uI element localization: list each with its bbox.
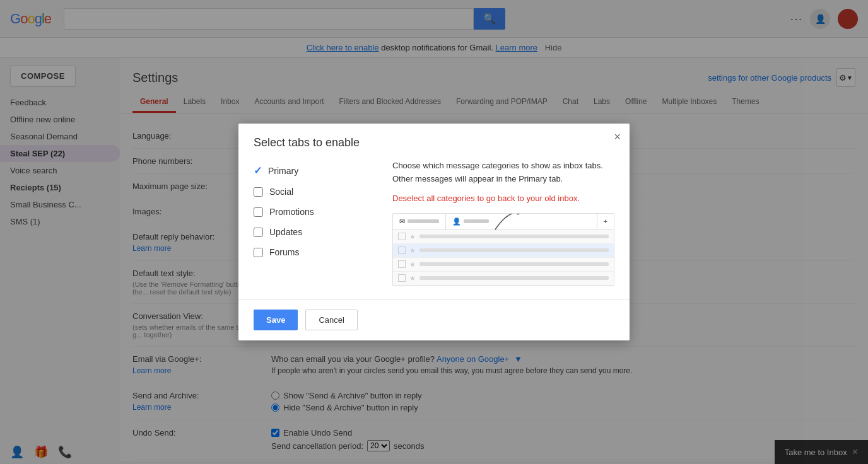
inbox-preview-rows: ★ ★ ★ (393, 230, 614, 286)
tab-option-primary: ✓ Primary (254, 160, 367, 182)
updates-label[interactable]: Updates (269, 227, 302, 237)
inbox-preview-row: ★ (393, 244, 614, 258)
updates-checkbox[interactable] (254, 228, 263, 237)
primary-label[interactable]: Primary (268, 166, 298, 176)
cancel-button[interactable]: Cancel (305, 310, 357, 330)
save-button[interactable]: Save (254, 310, 298, 330)
modal-title: Select tabs to enable (238, 124, 630, 160)
social-checkbox[interactable] (254, 187, 263, 197)
tab-options-list: ✓ Primary Social Promotions Updates (254, 160, 367, 286)
promotions-checkbox[interactable] (254, 207, 263, 217)
inbox-preview-tabs: ✉ 👤 (393, 214, 614, 230)
promotions-label[interactable]: Promotions (269, 207, 314, 217)
preview-primary-icon: ✉ (399, 218, 405, 226)
primary-checkmark: ✓ (254, 165, 262, 177)
preview-tab-social: 👤 (446, 214, 495, 229)
modal-close-button[interactable]: × (614, 131, 621, 142)
tab-option-forums: Forums (254, 242, 367, 262)
inbox-preview-row: ★ (393, 258, 614, 272)
inbox-preview-row: ★ (393, 272, 614, 286)
modal-body: ✓ Primary Social Promotions Updates (238, 160, 630, 299)
tab-option-social: Social (254, 182, 367, 202)
modal-description: Choose which message categories to show … (392, 160, 614, 186)
forums-checkbox[interactable] (254, 248, 263, 257)
inbox-preview: ✉ 👤 (392, 213, 614, 286)
tab-option-promotions: Promotions (254, 202, 367, 222)
preview-tab-primary: ✉ (393, 214, 446, 229)
modal-deselect-text: Deselect all categories to go back to yo… (392, 194, 614, 203)
preview-social-icon: 👤 (452, 218, 461, 226)
modal-footer: Save Cancel (238, 299, 630, 340)
select-tabs-modal: × Select tabs to enable ✓ Primary Social (238, 124, 630, 340)
tab-option-updates: Updates (254, 222, 367, 242)
forums-label[interactable]: Forums (269, 247, 299, 257)
modal-right-panel: Choose which message categories to show … (392, 160, 614, 286)
social-label[interactable]: Social (269, 187, 293, 197)
preview-tab-add: + (597, 214, 614, 229)
modal-overlay: × Select tabs to enable ✓ Primary Social (0, 0, 868, 461)
